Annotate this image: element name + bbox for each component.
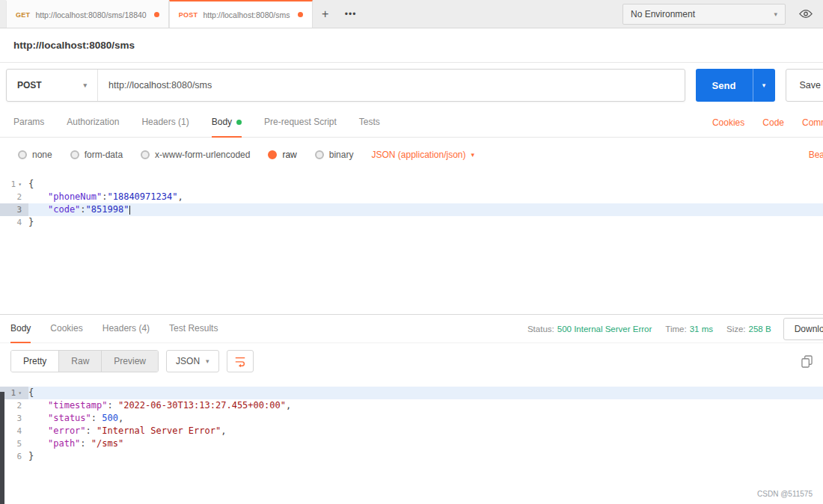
environment-selector[interactable]: No Environment ▾: [622, 4, 786, 25]
radio-none[interactable]: none: [18, 150, 52, 160]
radio-circle-icon: [18, 150, 27, 159]
environment-selected-label: No Environment: [631, 9, 695, 19]
code-line: 2 "timestamp": "2022-06-30T13:13:27.455+…: [0, 399, 823, 412]
chevron-down-icon: ▾: [206, 357, 209, 365]
chevron-down-icon: ▾: [83, 82, 87, 89]
request-tab-post[interactable]: POST http://localhost:8080/sms: [169, 0, 313, 28]
response-view-switch: Pretty Raw Preview: [10, 350, 159, 372]
response-toolbar: Pretty Raw Preview JSON ▾: [0, 343, 823, 379]
cookies-link[interactable]: Cookies: [712, 117, 744, 128]
tab-body[interactable]: Body: [212, 108, 242, 138]
request-title: http://localhost:8080/sms: [13, 40, 135, 51]
copy-response-button[interactable]: [801, 355, 813, 368]
code-line: 2 "phoneNum":"18840971234",: [0, 191, 823, 203]
code-line: 6 }: [0, 450, 823, 463]
postman-window: GET http://localhost:8080/sms/18840 POST…: [0, 0, 823, 504]
radio-binary[interactable]: binary: [315, 150, 354, 160]
unsaved-dot: [298, 12, 303, 17]
method-label: GET: [16, 11, 30, 19]
view-pretty[interactable]: Pretty: [11, 351, 59, 372]
tab-url: http://localhost:8080/sms: [203, 10, 290, 19]
radio-circle-icon: [268, 150, 277, 159]
method-select-label: POST: [17, 80, 42, 90]
response-tab-test-results[interactable]: Test Results: [169, 315, 218, 343]
radio-form-data[interactable]: form-data: [70, 150, 123, 160]
watermark: CSDN @511575: [757, 490, 813, 498]
radio-x-www-form-urlencoded[interactable]: x-www-form-urlencoded: [141, 150, 250, 160]
response-meta: Status:500 Internal Server Error Time:31…: [527, 315, 771, 342]
raw-type-dropdown[interactable]: JSON (application/json) ▾: [371, 150, 474, 160]
status-badge: Status:500 Internal Server Error: [527, 325, 652, 334]
more-tabs-button[interactable]: •••: [338, 0, 364, 28]
radio-raw[interactable]: raw: [268, 150, 296, 160]
chevron-down-icon: ▾: [762, 82, 766, 89]
method-label: POST: [179, 11, 198, 19]
method-select[interactable]: POST ▾: [7, 70, 98, 101]
response-format-dropdown[interactable]: JSON ▾: [166, 350, 219, 372]
tab-params[interactable]: Params: [13, 108, 44, 138]
request-title-row: http://localhost:8080/sms: [0, 28, 823, 63]
response-section: Body Cookies Headers (4) Test Results St…: [0, 314, 823, 463]
radio-circle-icon: [70, 150, 79, 159]
comments-link[interactable]: Comments: [802, 117, 823, 128]
word-wrap-icon: [234, 355, 246, 367]
radio-circle-icon: [141, 150, 150, 159]
request-builder: POST ▾ Send ▾ Save: [0, 63, 823, 108]
eye-icon: [799, 9, 813, 19]
environment-quick-look-button[interactable]: [799, 9, 813, 19]
tab-url: http://localhost:8080/sms/18840: [35, 10, 146, 19]
view-raw[interactable]: Raw: [59, 351, 102, 372]
send-button-group: Send ▾: [696, 69, 775, 102]
response-tab-headers[interactable]: Headers (4): [103, 315, 150, 343]
response-tab-cookies[interactable]: Cookies: [50, 315, 82, 343]
method-url-group: POST ▾: [6, 69, 685, 102]
beautify-link[interactable]: Beautify: [809, 150, 823, 160]
url-input[interactable]: [98, 70, 685, 101]
fold-caret-icon: ▾: [18, 387, 22, 399]
chevron-down-icon: ▾: [774, 10, 777, 18]
response-tab-body[interactable]: Body: [10, 315, 31, 343]
tab-pre-request-script[interactable]: Pre-request Script: [264, 108, 337, 138]
body-type-row: none form-data x-www-form-urlencoded raw…: [0, 138, 823, 172]
radio-circle-icon: [315, 150, 324, 159]
tab-authorization[interactable]: Authorization: [67, 108, 119, 138]
response-tabs-row: Body Cookies Headers (4) Test Results St…: [0, 315, 823, 343]
send-button[interactable]: Send: [696, 69, 753, 102]
tab-tests[interactable]: Tests: [359, 108, 380, 138]
download-response-button[interactable]: Download: [783, 318, 823, 340]
copy-icon: [801, 355, 813, 368]
code-link[interactable]: Code: [762, 117, 784, 128]
request-tab-get[interactable]: GET http://localhost:8080/sms/18840: [6, 0, 169, 28]
request-links: Cookies Code Comments: [712, 108, 823, 137]
code-line: 4 "error": "Internal Server Error",: [0, 425, 823, 437]
code-line: 5 "path": "/sms": [0, 437, 823, 450]
send-options-button[interactable]: ▾: [753, 69, 775, 102]
text-cursor: [129, 206, 130, 215]
code-line-active: 3 "code":"851998": [0, 203, 823, 216]
save-button[interactable]: Save: [786, 69, 823, 102]
tab-headers[interactable]: Headers (1): [141, 108, 189, 138]
chevron-down-icon: ▾: [471, 151, 475, 159]
view-preview[interactable]: Preview: [102, 351, 158, 372]
response-body-viewer[interactable]: 1▾ { 2 "timestamp": "2022-06-30T13:13:27…: [0, 379, 823, 463]
code-line: 3 "status": 500,: [0, 412, 823, 425]
fold-caret-icon: ▾: [18, 178, 22, 191]
wrap-lines-button[interactable]: [227, 350, 254, 372]
code-line-active: 1▾ {: [0, 387, 823, 399]
time-badge: Time:31 ms: [665, 325, 713, 334]
tab-strip: GET http://localhost:8080/sms/18840 POST…: [0, 0, 823, 28]
body-has-content-dot: [236, 120, 242, 125]
code-line: 4 }: [0, 216, 823, 229]
request-tabs: Params Authorization Headers (1) Body Pr…: [0, 108, 823, 138]
unsaved-dot: [154, 12, 159, 17]
request-body-editor[interactable]: 1▾ { 2 "phoneNum":"18840971234", 3 "code…: [0, 172, 823, 314]
environment-area: No Environment ▾: [622, 0, 823, 28]
left-scrollbar[interactable]: [0, 392, 4, 504]
code-line: 1▾ {: [0, 178, 823, 191]
size-badge: Size:258 B: [726, 325, 771, 334]
open-new-tab-button[interactable]: +: [313, 0, 338, 28]
